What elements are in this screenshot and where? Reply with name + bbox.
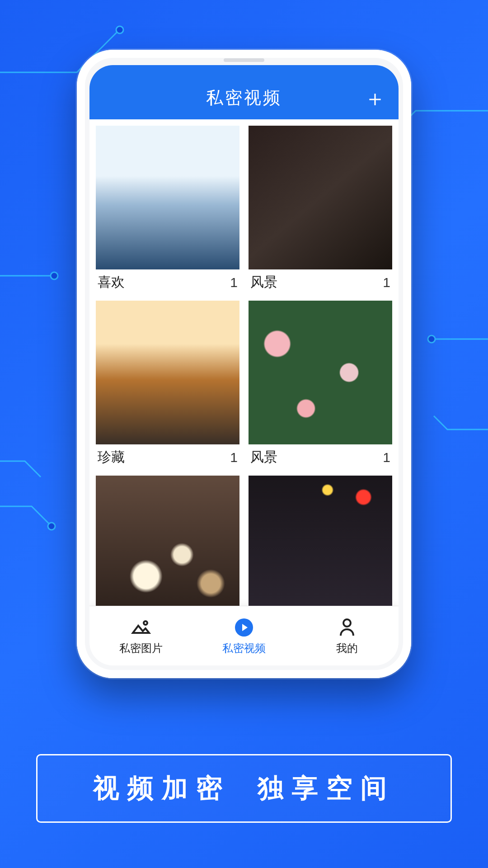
bottom-nav: 私密图片 私密视频 我的 (89, 606, 399, 665)
page-title: 私密视频 (206, 86, 282, 109)
phone-mockup: 私密视频 喜欢 1 风景 (77, 50, 411, 678)
album-name: 风景 (250, 448, 277, 467)
album-item[interactable] (249, 476, 392, 606)
nav-label: 私密视频 (222, 641, 266, 656)
play-circle-icon (233, 617, 255, 638)
album-gallery: 喜欢 1 风景 1 珍藏 1 (89, 119, 399, 606)
album-item[interactable]: 喜欢 1 (96, 126, 239, 293)
album-meta: 喜欢 1 (96, 269, 239, 293)
svg-point-5 (144, 621, 147, 625)
add-button[interactable] (363, 88, 387, 111)
image-icon (130, 617, 152, 638)
album-meta: 风景 1 (249, 269, 392, 293)
svg-point-1 (51, 272, 58, 279)
album-thumbnail (249, 476, 392, 606)
album-thumbnail (249, 126, 392, 269)
album-thumbnail (96, 476, 239, 606)
nav-videos[interactable]: 私密视频 (192, 606, 296, 665)
album-name: 珍藏 (98, 448, 125, 467)
album-item[interactable] (96, 476, 239, 606)
album-item[interactable]: 风景 1 (249, 301, 392, 468)
app-header: 私密视频 (89, 65, 399, 119)
app-screen: 私密视频 喜欢 1 风景 (89, 65, 399, 665)
album-item[interactable]: 珍藏 1 (96, 301, 239, 468)
album-count: 1 (383, 450, 390, 465)
album-count: 1 (230, 450, 238, 465)
plus-icon (366, 91, 384, 108)
phone-earpiece (224, 58, 264, 62)
promo-text-right: 独享空间 (258, 771, 395, 806)
nav-label: 私密图片 (119, 641, 163, 656)
album-thumbnail (249, 301, 392, 444)
nav-images[interactable]: 私密图片 (89, 606, 192, 665)
svg-point-7 (343, 619, 351, 627)
svg-point-4 (48, 523, 55, 530)
promo-text-left: 视频加密 (93, 771, 230, 806)
album-item[interactable]: 风景 1 (249, 126, 392, 293)
nav-label: 我的 (336, 641, 358, 656)
svg-point-3 (428, 335, 435, 343)
album-thumbnail (96, 301, 239, 444)
nav-mine[interactable]: 我的 (296, 606, 399, 665)
promo-banner: 视频加密 独享空间 (36, 754, 452, 823)
album-name: 喜欢 (98, 273, 125, 292)
album-meta: 风景 1 (249, 444, 392, 468)
person-icon (336, 617, 358, 638)
album-thumbnail (96, 126, 239, 269)
album-count: 1 (230, 275, 238, 290)
album-count: 1 (383, 275, 390, 290)
album-name: 风景 (250, 273, 277, 292)
album-meta: 珍藏 1 (96, 444, 239, 468)
svg-point-0 (116, 26, 123, 33)
